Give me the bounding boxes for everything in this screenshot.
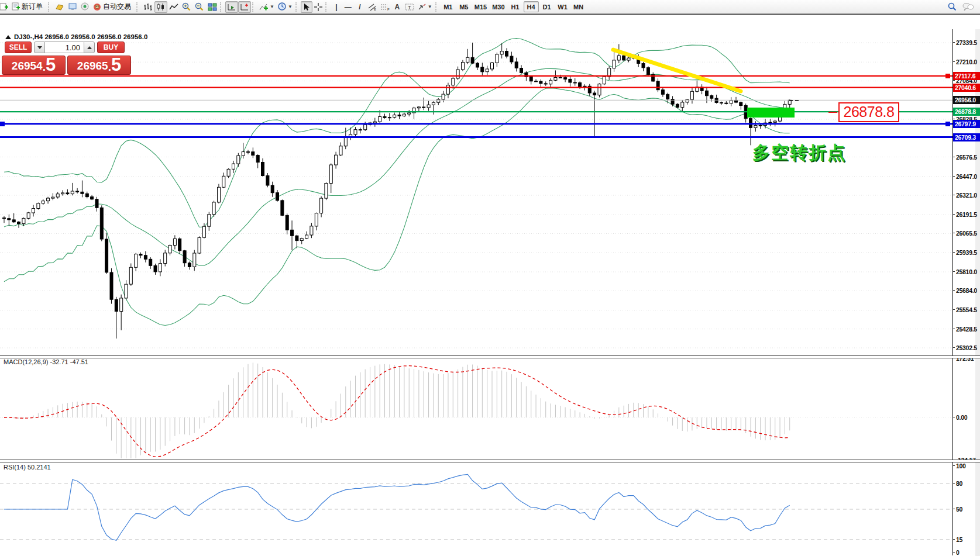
- terminal-button[interactable]: [66, 1, 79, 13]
- buy-price-int: 26965: [77, 58, 108, 74]
- candlestick-chart-button[interactable]: [154, 1, 167, 13]
- sell-price-box[interactable]: 26954 . 5: [2, 56, 66, 75]
- timeframe-m15[interactable]: M15: [472, 1, 489, 12]
- zoom-out-button[interactable]: [193, 1, 206, 13]
- toolbar-right-group: [948, 2, 979, 11]
- timeframe-mn[interactable]: MN: [571, 1, 586, 12]
- macd-label: MACD(12,26,9) -32.71 -47.51: [4, 358, 88, 365]
- timeframe-m30[interactable]: M30: [490, 1, 507, 12]
- gold-icon: [55, 3, 64, 11]
- clock-icon: [278, 2, 287, 11]
- tile-windows-button[interactable]: [206, 1, 219, 13]
- toolbar-grip: [295, 2, 298, 12]
- fibonacci-tool[interactable]: F: [379, 1, 391, 13]
- horizontal-line-tool[interactable]: —: [342, 1, 354, 13]
- chinese-annotation[interactable]: 多空转折点: [752, 141, 846, 165]
- volume-increase-button[interactable]: [84, 42, 95, 53]
- rsi-label: RSI(14) 50.2141: [4, 464, 51, 471]
- cursor-icon: [303, 3, 310, 11]
- panel-collapse-icon[interactable]: [5, 35, 11, 39]
- price-tick-label: 27210.0: [956, 58, 980, 65]
- indicators-button[interactable]: ▼: [257, 1, 276, 13]
- price-level-badge: 26956.0: [953, 96, 980, 104]
- channel-tool[interactable]: E: [366, 1, 379, 13]
- crosshair-tool-button[interactable]: [312, 1, 324, 13]
- indicators-icon: [259, 3, 269, 11]
- text-tool[interactable]: A: [391, 1, 403, 13]
- price-tick-label: 26576.5: [956, 154, 980, 161]
- price-callout-box[interactable]: 26878.8: [838, 102, 899, 122]
- main-price-chart[interactable]: [0, 29, 953, 355]
- price-level-badge: 27040.6: [953, 84, 980, 92]
- periods-button[interactable]: ▼: [276, 1, 294, 13]
- trendline-icon: /: [359, 3, 360, 11]
- timeframe-h1[interactable]: H1: [508, 1, 523, 12]
- macd-indicator-pane[interactable]: [0, 358, 953, 460]
- chart-plus-icon: [0, 2, 8, 11]
- buy-price-frac: 5: [111, 56, 121, 74]
- callout-connector: [828, 112, 837, 113]
- line-chart-button[interactable]: [167, 1, 180, 13]
- price-tick-label: 25554.5: [956, 306, 980, 313]
- volume-decrease-button[interactable]: [34, 42, 45, 53]
- candlestick-icon: [156, 3, 166, 11]
- signal-circle-icon: [81, 2, 90, 11]
- rsi-indicator-pane[interactable]: [0, 462, 953, 555]
- chat-icon[interactable]: [962, 2, 974, 11]
- rsi-tick-label: 100: [956, 462, 980, 469]
- timeframe-w1[interactable]: W1: [555, 1, 570, 12]
- toolbar-grip: [252, 2, 255, 12]
- dropdown-caret-icon: ▼: [288, 4, 293, 9]
- timeframe-h4[interactable]: H4: [524, 1, 539, 12]
- search-icon[interactable]: [948, 2, 957, 11]
- bar-chart-button[interactable]: [142, 1, 154, 13]
- arrows-tool-button[interactable]: ▼: [416, 1, 434, 13]
- pane-separator[interactable]: [0, 460, 980, 462]
- auto-scroll-icon: [227, 3, 236, 11]
- line-chart-icon: [169, 3, 178, 11]
- arrow-objects-icon: [418, 3, 427, 11]
- price-level-badge: 26797.9: [953, 120, 980, 128]
- trendline-tool[interactable]: /: [354, 1, 366, 13]
- pane-separator[interactable]: [0, 355, 980, 358]
- price-tick-label: 26447.0: [956, 173, 980, 180]
- cursor-tool-button[interactable]: [301, 1, 312, 13]
- sell-button[interactable]: SELL: [5, 42, 32, 53]
- macd-tick-label: 0.00: [956, 414, 980, 421]
- timeframe-group: M1M5M15M30H1H4D1W1MN: [441, 1, 586, 12]
- autotrading-label: 自动交易: [102, 2, 133, 12]
- new-order-button[interactable]: 新订单: [10, 1, 47, 13]
- autotrading-robot-icon: [93, 2, 102, 11]
- timeframe-m5[interactable]: M5: [456, 1, 472, 12]
- volume-input[interactable]: [45, 42, 84, 53]
- auto-scroll-button[interactable]: [225, 1, 238, 13]
- new-chart-icon[interactable]: [0, 1, 10, 13]
- vertical-line-tool[interactable]: |: [331, 1, 342, 13]
- timeframe-d1[interactable]: D1: [539, 1, 555, 12]
- price-tick-label: 26321.0: [956, 192, 980, 199]
- rsi-tick-label: 50: [956, 506, 980, 513]
- price-tick-label: 25428.5: [956, 326, 980, 333]
- buy-price-box[interactable]: 26965 . 5: [67, 56, 131, 75]
- toolbar-grip: [136, 2, 139, 12]
- chart-shift-icon: [240, 3, 249, 11]
- buy-button[interactable]: BUY: [97, 42, 125, 53]
- zoom-in-icon: [182, 2, 191, 11]
- rsi-tick-label: 15: [956, 536, 980, 543]
- zoom-in-button[interactable]: [180, 1, 193, 13]
- horizontal-line-icon: —: [345, 3, 352, 11]
- bar-chart-icon: [143, 3, 153, 11]
- timeframe-m1[interactable]: M1: [441, 1, 456, 12]
- strategy-tester-button[interactable]: [79, 1, 91, 13]
- fibonacci-icon: F: [380, 3, 390, 11]
- market-watch-button[interactable]: [53, 1, 66, 13]
- crosshair-icon: [314, 3, 322, 11]
- mt4-trading-platform: { "toolbar": { "new_order_label": "新订单",…: [0, 0, 980, 556]
- text-label-tool[interactable]: T: [403, 1, 416, 13]
- chart-title: DJ30-,H4 26956.0 26956.0 26956.0 26956.0: [14, 33, 147, 40]
- price-tick-label: 25939.5: [956, 249, 980, 256]
- chart-title-row: DJ30-,H4 26956.0 26956.0 26956.0 26956.0: [5, 33, 147, 40]
- chart-shift-button[interactable]: [238, 1, 251, 13]
- rsi-tick-label: 0: [956, 549, 980, 556]
- autotrading-button[interactable]: 自动交易: [91, 1, 135, 13]
